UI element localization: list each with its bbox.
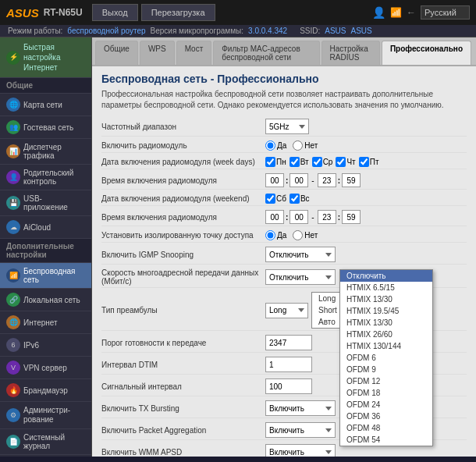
info-bar: Режим работы: беспроводной роутер Версия…: [0, 25, 476, 37]
sidebar-item-admin[interactable]: ⚙ Администри-рование: [0, 402, 91, 429]
radio-label: Включить радиомодуль: [101, 141, 265, 150]
time2-dash: -: [311, 213, 314, 222]
txburst-select[interactable]: Включить Отключить: [265, 400, 336, 416]
sidebar: ⚡ Быстрая настройка Интернет Общие 🌐 Кар…: [0, 37, 92, 457]
multicast-option-8[interactable]: OFDM 9: [340, 364, 432, 375]
sidebar-item-vpn[interactable]: V VPN сервер: [0, 357, 91, 379]
form-row-isolated: Установить изолированную точку доступа Д…: [101, 229, 467, 243]
packagg-label: Включить Packet Aggregation: [101, 426, 265, 435]
mode-link[interactable]: беспроводной роутер: [67, 27, 145, 35]
time2-hh1[interactable]: [265, 210, 284, 224]
multicast-select[interactable]: Отключить: [265, 269, 336, 285]
time1-mm2[interactable]: [342, 173, 361, 187]
multicast-option-5[interactable]: HTMIX 26/60: [340, 329, 432, 340]
sidebar-item-usb[interactable]: 💾 USB-приложение: [0, 190, 91, 216]
user-icon: 👤: [372, 6, 385, 19]
sidebar-item-wireless[interactable]: 📶 Беспроводная сеть: [0, 263, 91, 289]
igmp-label: Включить IGMP Snooping: [101, 251, 265, 259]
multicast-option-10[interactable]: OFDM 18: [340, 387, 432, 399]
firmware-link[interactable]: 3.0.0.4.342: [248, 27, 287, 35]
radio-no-option[interactable]: Нет: [293, 140, 318, 151]
form-row-time1: Время включения радиомодуля : - :: [101, 172, 467, 190]
form-row-radio: Включить радиомодуль Да Нет: [101, 139, 467, 153]
multicast-option-11[interactable]: OFDM 24: [340, 399, 432, 410]
packagg-select[interactable]: Включить Отключить: [265, 422, 336, 438]
dtim-input[interactable]: [265, 357, 312, 372]
sidebar-item-traffic[interactable]: 📊 Диспетчер трафика: [0, 139, 91, 165]
sidebar-item-guest-network[interactable]: 👥 Гостевая сеть: [0, 116, 91, 139]
page-description: Профессиональная настройка беспроводной …: [101, 89, 467, 111]
tab-professional[interactable]: Профессионально: [382, 41, 471, 65]
day-sat[interactable]: Сб: [265, 194, 286, 204]
ssid-link1[interactable]: ASUS: [325, 27, 346, 35]
multicast-option-2[interactable]: HTMIX 13/30: [340, 293, 432, 305]
isolated-options: Да Нет: [265, 230, 318, 240]
multicast-option-6[interactable]: HTMIX 130/144: [340, 340, 432, 352]
day-tue[interactable]: Вт: [290, 157, 309, 167]
multicast-option-13[interactable]: OFDM 48: [340, 422, 432, 434]
multicast-option-7[interactable]: OFDM 6: [340, 352, 432, 364]
isolated-yes[interactable]: Да: [265, 230, 286, 240]
time2-mm1[interactable]: [290, 210, 308, 224]
traffic-label: Диспетчер трафика: [23, 143, 85, 160]
day-fri[interactable]: Пт: [359, 157, 379, 167]
wmm-apsd-label: Включить WMM APSD: [101, 448, 265, 457]
time2-hh2[interactable]: [318, 210, 336, 224]
parental-icon: 👤: [6, 170, 20, 184]
multicast-option-9[interactable]: OFDM 12: [340, 375, 432, 387]
time2-sep1: :: [286, 213, 288, 222]
sidebar-item-parental[interactable]: 👤 Родительский контроль: [0, 165, 91, 190]
freq-select[interactable]: 5GHz 2.4GHz: [265, 119, 309, 134]
radio-yes-option[interactable]: Да: [265, 140, 286, 151]
multicast-option-12[interactable]: OFDM 36: [340, 410, 432, 422]
tab-bridge[interactable]: Мост: [176, 41, 212, 65]
day-thu[interactable]: Чт: [336, 157, 355, 167]
sidebar-item-lan[interactable]: 🔗 Локальная сеть: [0, 289, 91, 311]
language-select[interactable]: Русский: [421, 5, 470, 20]
network-map-icon: 🌐: [6, 98, 20, 112]
multicast-option-4[interactable]: HTMIX 13/30: [340, 317, 432, 329]
sidebar-item-syslog[interactable]: 📄 Системный журнал: [0, 429, 91, 455]
sidebar-item-internet[interactable]: 🌐 Интернет: [0, 311, 91, 334]
time1-mm1[interactable]: [290, 173, 308, 187]
threshold-input[interactable]: [265, 335, 312, 350]
multicast-option-14[interactable]: OFDM 54: [340, 434, 432, 446]
ssid-link2[interactable]: ASUS: [350, 27, 371, 35]
sidebar-item-aicloud[interactable]: ☁ AiCloud: [0, 216, 91, 239]
wireless-label: Беспроводная сеть: [23, 267, 85, 284]
igmp-select[interactable]: Отключить Включить: [265, 247, 336, 262]
sidebar-item-quicksetup[interactable]: ⚡ Быстрая настройка Интернет: [0, 37, 91, 78]
time1-hh2[interactable]: [318, 173, 336, 187]
syslog-icon: 📄: [6, 435, 20, 449]
multicast-label: Скорость многоадресной передачи данных (…: [101, 268, 265, 286]
beacon-label: Сигнальный интервал: [101, 382, 265, 391]
back-icon: ←: [407, 7, 416, 18]
multicast-option-1[interactable]: HTMIX 6.5/15: [340, 282, 432, 293]
sidebar-item-ipv6[interactable]: 6 IPv6: [0, 334, 91, 357]
time2-mm2[interactable]: [342, 210, 361, 224]
wmm-apsd-select[interactable]: Включить Отключить: [265, 444, 336, 457]
time1-hh1[interactable]: [265, 173, 284, 187]
day-wed[interactable]: Ср: [312, 157, 333, 167]
tab-wps[interactable]: WPS: [140, 41, 175, 65]
preamble-select[interactable]: Long: [265, 303, 308, 318]
reboot-button[interactable]: Перезагрузка: [141, 4, 215, 21]
tab-general[interactable]: Общие: [95, 41, 138, 65]
multicast-option-0[interactable]: Отключить: [340, 270, 432, 282]
tab-radius[interactable]: Настройка RADIUS: [321, 41, 380, 65]
vpn-icon: V: [6, 361, 20, 375]
isolated-no[interactable]: Нет: [293, 230, 318, 240]
tab-mac-filter[interactable]: Фильтр MAC-адресов беспроводной сети: [213, 41, 319, 65]
beacon-input[interactable]: [265, 378, 312, 394]
sidebar-item-network-map[interactable]: 🌐 Карта сети: [0, 94, 91, 116]
sidebar-item-firewall[interactable]: 🔥 Брандмауэр: [0, 379, 91, 402]
firmware-label: Версия микропрограммы:: [151, 27, 244, 35]
aicloud-icon: ☁: [6, 220, 20, 234]
time1-sep2: :: [338, 176, 340, 185]
admin-icon: ⚙: [6, 408, 20, 422]
admin-label: Администри-рование: [23, 406, 85, 425]
logout-button[interactable]: Выход: [92, 4, 138, 21]
day-sun[interactable]: Вс: [290, 194, 310, 204]
multicast-option-3[interactable]: HTMIX 19.5/45: [340, 305, 432, 317]
day-mon[interactable]: Пн: [265, 157, 286, 167]
